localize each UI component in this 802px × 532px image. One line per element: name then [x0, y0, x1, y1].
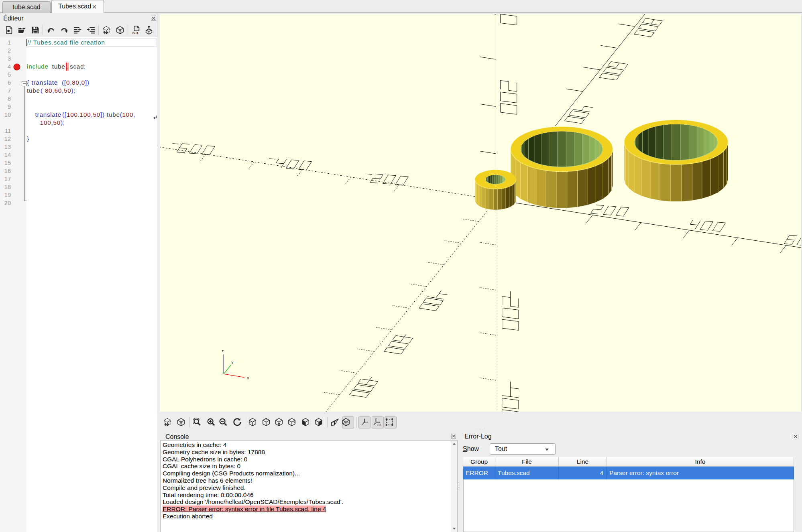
svg-text:z: z [222, 349, 224, 353]
svg-text:x: x [247, 376, 249, 380]
svg-text:10: 10 [377, 423, 381, 426]
svg-text:y: y [231, 360, 233, 364]
svg-text:STL: STL [132, 31, 140, 35]
